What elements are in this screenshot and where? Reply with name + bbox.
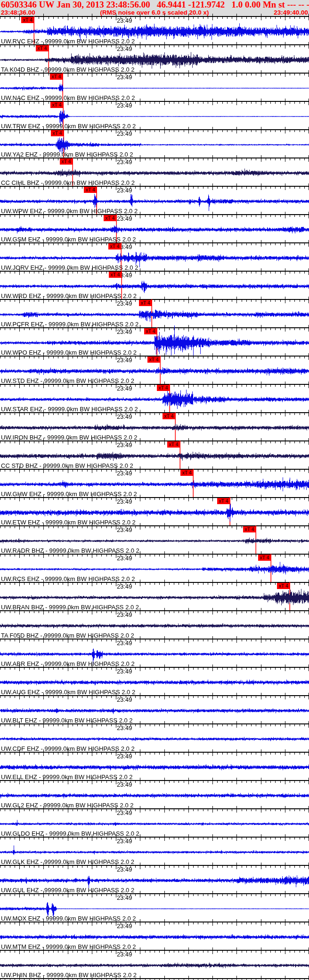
station-label: UW.STAR EHZ - 99999.0km BW HIGHPASS 2.0 … bbox=[1, 406, 138, 413]
time-tick-label: 23:49 bbox=[117, 724, 132, 731]
time-tick-label: 23:49 bbox=[117, 555, 132, 562]
time-tick-label: 23:49 bbox=[117, 838, 132, 845]
time-tick-label: 23:49 bbox=[117, 951, 132, 958]
pick-marker[interactable]: xT 4 bbox=[84, 187, 97, 193]
station-label: UW.WRD EHZ - 99999.0km BW HIGHPASS 2.0 2 bbox=[1, 292, 137, 299]
time-tick-label: 23:49 bbox=[117, 639, 132, 647]
station-label: UW.YA2 EHZ - 99999.0km BW HIGHPASS 2.0 2 bbox=[1, 151, 133, 158]
station-label: UW.GL2 EHZ - 99999.0km BW HIGHPASS 2.0 2 bbox=[1, 802, 134, 809]
station-label: UW.GLDO EHZ - 99999.0km BW HIGHPASS 2.0 … bbox=[1, 830, 139, 837]
time-tick-label: 23:49 bbox=[117, 215, 132, 222]
station-label: UW.GHW EHZ - 99999.0km BW HIGHPASS 2.0 2 bbox=[1, 490, 137, 498]
time-tick-label: 23:49 bbox=[117, 894, 132, 901]
station-label: UW.RCS EHZ - 99999.0km BW HIGHPASS 2.0 2 bbox=[1, 575, 135, 582]
seismic-waveform-viewer: 60503346 UW Jan 30, 2013 23:48:56.00 46.… bbox=[0, 0, 309, 980]
station-label: UW.RADR BHZ - 99999.0km BW HIGHPASS 2.0 … bbox=[1, 547, 139, 554]
pick-marker[interactable]: xT 4 bbox=[147, 357, 160, 363]
event-title: 60503346 UW Jan 30, 2013 23:48:56.00 46.… bbox=[1, 0, 309, 9]
station-label: UW.ABR EHZ - 99999.0km BW HIGHPASS 2.0 2 bbox=[1, 660, 135, 667]
time-tick-label: 23:49 bbox=[117, 17, 132, 24]
pick-marker[interactable]: xT 4 bbox=[60, 158, 73, 165]
station-label: UW.PHIN BHZ - 99999.0km BW HIGHPASS 2.0 … bbox=[1, 972, 137, 979]
time-tick-label: 23:49 bbox=[117, 526, 132, 533]
pick-marker[interactable]: xT 4 bbox=[243, 526, 256, 532]
pick-marker[interactable]: xT 4 bbox=[36, 45, 49, 51]
station-label: UW.MTM EHZ - 99999.0km BW HIGHPASS 2.0 2 bbox=[1, 943, 136, 950]
pick-marker[interactable]: xT 4 bbox=[104, 215, 116, 221]
station-label: UW.TRW EHZ - 99999.0km BW HIGHPASS 2.0 2 bbox=[1, 123, 136, 130]
pick-marker[interactable]: xT 4 bbox=[167, 441, 180, 448]
pick-marker[interactable]: xT 4 bbox=[51, 130, 64, 136]
time-tick-label: 23:49 bbox=[117, 922, 132, 930]
station-label: UW.AUG EHZ - 99999.0km BW HIGHPASS 2.0 2 bbox=[1, 689, 135, 696]
station-label: UW.CDF EHZ - 99999.0km BW HIGHPASS 2.0 2 bbox=[1, 745, 135, 752]
pick-marker[interactable]: xT 4 bbox=[180, 470, 193, 476]
time-tick-label: 23:49 bbox=[117, 130, 132, 137]
station-label: UW.ELL EHZ - 99999.0km BW HIGHPASS 2.0 2 bbox=[1, 773, 133, 781]
station-label: TA F05D BHZ - 99999.0km BW HIGHPASS 2.0 … bbox=[1, 632, 134, 639]
time-tick-label: 23:49 bbox=[117, 809, 132, 816]
station-label: UW.WPW EHZ - 99999.0km BW HIGHPASS 2.0 2 bbox=[1, 208, 138, 215]
station-label: UW.GUL EHZ - 99999.0km BW HIGHPASS 2.0 2 bbox=[1, 887, 134, 894]
time-tick-label: 23:49 bbox=[117, 300, 132, 307]
time-tick-label: 23:49 bbox=[117, 470, 132, 477]
time-tick-label: 23:49 bbox=[117, 583, 132, 590]
station-label: UW.RVC EHZ - 99999.0km BW HIGHPASS 2.0 2 bbox=[1, 38, 135, 45]
pick-marker[interactable]: xT 4 bbox=[144, 328, 157, 334]
station-label: UW.ETW EHZ - 99999.0km BW HIGHPASS 2.0 2 bbox=[1, 519, 136, 526]
time-tick-label: 23:49 bbox=[117, 45, 132, 52]
station-label: UW.NAC EHZ - 99999.0km BW HIGHPASS 2.0 2 bbox=[1, 94, 135, 101]
time-tick-label: 23:49 bbox=[117, 385, 132, 392]
pick-marker[interactable]: xT 4 bbox=[157, 385, 170, 391]
time-tick-label: 23:49 bbox=[117, 413, 132, 420]
station-label: UW.PCFR EHZ - 99999.0km BW HIGHPASS 2.0 … bbox=[1, 321, 138, 328]
pick-marker[interactable]: xT 4 bbox=[139, 300, 152, 306]
time-tick-label: 23:49 bbox=[117, 441, 132, 448]
pick-marker[interactable]: xT 4 bbox=[277, 583, 290, 589]
station-label: UW.GSM EHZ - 99999.0km BW HIGHPASS 2.0 2 bbox=[1, 236, 136, 243]
pick-marker[interactable]: xT 4 bbox=[217, 498, 230, 504]
station-label: CC STD BHZ - 99999.0km BW HIGHPASS 2.0 2 bbox=[1, 462, 133, 469]
time-tick-label: 23:49 bbox=[117, 753, 132, 760]
station-label: UW.GLK EHZ - 99999.0km BW HIGHPASS 2.0 2 bbox=[1, 858, 134, 865]
time-tick-label: 23:49 bbox=[117, 611, 132, 618]
pick-marker[interactable]: xT 4 bbox=[50, 102, 63, 108]
time-tick-label: 23:49 bbox=[117, 781, 132, 788]
station-label: UW.MOX EHZ - 99999.0km BW HIGHPASS 2.0 2 bbox=[1, 915, 136, 922]
pick-marker[interactable]: xT 4 bbox=[50, 74, 63, 80]
station-label: UW.WPO EHZ - 99999.0km BW HIGHPASS 2.0 2 bbox=[1, 349, 137, 356]
time-tick-label: 23:49 bbox=[117, 328, 132, 335]
pick-marker[interactable]: xT 4 bbox=[108, 243, 121, 249]
pick-marker[interactable]: xT 4 bbox=[163, 413, 175, 419]
pick-marker[interactable]: xT 4 bbox=[109, 272, 122, 278]
time-tick-label: 23:49 bbox=[117, 187, 132, 194]
time-tick-label: 23:49 bbox=[117, 357, 132, 364]
pick-marker[interactable]: xT 4 bbox=[258, 555, 271, 561]
time-tick-label: 23:49 bbox=[117, 866, 132, 873]
time-tick-label: 23:49 bbox=[117, 74, 132, 81]
station-label: UW.IRON BHZ - 99999.0km BW HIGHPASS 2.0 … bbox=[1, 434, 137, 441]
time-tick-label: 23:49 bbox=[117, 498, 132, 505]
station-label: TA K04D BHZ - 99999.0km BW HIGHPASS 2.0 … bbox=[1, 66, 134, 73]
time-tick-label: 23:49 bbox=[117, 668, 132, 675]
time-tick-label: 23:49 bbox=[117, 102, 132, 109]
station-label: UW.BLT EHZ - 99999.0km BW HIGHPASS 2.0 2 bbox=[1, 717, 133, 724]
station-label: UW.JORV EHZ - 99999.0km BW HIGHPASS 2.0 … bbox=[1, 264, 138, 271]
time-tick-label: 23:49 bbox=[117, 696, 132, 703]
pick-marker[interactable]: xT 4 bbox=[21, 17, 34, 23]
station-label: UW.BRAN BHZ - 99999.0km BW HIGHPASS 2.0 … bbox=[1, 604, 139, 611]
time-tick-label: 23:49 bbox=[117, 158, 132, 166]
station-label: UW.STD EHZ - 99999.0km BW HIGHPASS 2.0 2 bbox=[1, 377, 134, 384]
station-label: CC CIHL BHZ - 99999.0km BW HIGHPASS 2.0 … bbox=[1, 179, 135, 186]
